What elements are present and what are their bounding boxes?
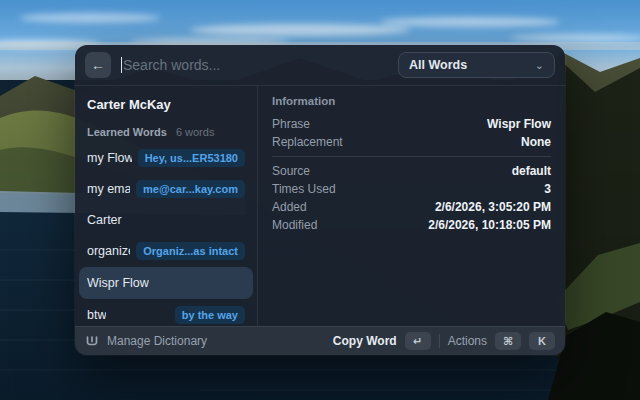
detail-row-label: Times Used bbox=[272, 182, 336, 196]
detail-row-value: default bbox=[512, 164, 551, 178]
return-key-icon: ↵ bbox=[405, 332, 431, 350]
detail-row: Replacement None bbox=[272, 133, 551, 151]
detail-row-label: Replacement bbox=[272, 135, 343, 149]
detail-row-label: Phrase bbox=[272, 117, 310, 131]
window-content: Carter McKay Learned Words 6 words my Fl… bbox=[75, 86, 565, 326]
word-list-item[interactable]: Carter bbox=[79, 205, 253, 235]
detail-row: Phrase Wispr Flow bbox=[272, 115, 551, 133]
detail-row-label: Source bbox=[272, 164, 310, 178]
section-count: 6 words bbox=[176, 126, 215, 138]
learned-words-list: my Flow ref... Hey, us...ER53180 my emai… bbox=[79, 143, 253, 326]
section-label: Learned Words bbox=[87, 126, 167, 138]
detail-row-value: 3 bbox=[544, 182, 551, 196]
footer-bar: Manage Dictionary Copy Word ↵ Actions ⌘ … bbox=[75, 326, 565, 355]
back-button[interactable]: ← bbox=[85, 52, 111, 78]
detail-row-value: None bbox=[521, 135, 551, 149]
word-list-item[interactable]: btw by the way bbox=[79, 300, 253, 326]
dictionary-window: ← All Words ⌄ Carter McKay Learned Words… bbox=[75, 45, 565, 355]
word-item-label: organize th... bbox=[87, 244, 130, 258]
search-field-wrap bbox=[121, 57, 388, 73]
word-list-item[interactable]: organize th... Organiz...as intact bbox=[79, 236, 253, 266]
word-item-label: my Flow ref... bbox=[87, 151, 132, 165]
text-caret bbox=[121, 57, 122, 73]
detail-row-value: 2/6/2026, 10:18:05 PM bbox=[428, 218, 551, 232]
learned-words-header: Learned Words 6 words bbox=[87, 126, 245, 138]
actions-button[interactable]: Actions bbox=[448, 334, 487, 348]
detail-row: Added 2/6/2026, 3:05:20 PM bbox=[272, 198, 551, 216]
back-arrow-icon: ← bbox=[91, 57, 105, 73]
word-item-badge: by the way bbox=[175, 306, 245, 324]
detail-row-label: Modified bbox=[272, 218, 317, 232]
information-title: Information bbox=[272, 95, 551, 107]
word-item-label: btw bbox=[87, 308, 106, 322]
word-list-item[interactable]: my Flow ref... Hey, us...ER53180 bbox=[79, 143, 253, 173]
detail-row-label: Added bbox=[272, 200, 307, 214]
wispr-flow-logo-icon bbox=[85, 334, 99, 348]
command-key-icon: ⌘ bbox=[495, 332, 521, 350]
words-sidebar: Carter McKay Learned Words 6 words my Fl… bbox=[75, 86, 258, 326]
detail-row-value: 2/6/2026, 3:05:20 PM bbox=[435, 200, 551, 214]
word-item-badge: Organiz...as intact bbox=[136, 242, 245, 260]
details-panel: Information Phrase Wispr Flow Replacemen… bbox=[258, 86, 565, 326]
detail-row: Times Used 3 bbox=[272, 180, 551, 198]
detail-row: Modified 2/6/2026, 10:18:05 PM bbox=[272, 216, 551, 234]
footer-divider bbox=[439, 334, 440, 348]
manage-dictionary-button[interactable]: Manage Dictionary bbox=[85, 334, 207, 348]
details-rows: Phrase Wispr Flow Replacement None Sourc… bbox=[272, 115, 551, 234]
word-filter-dropdown[interactable]: All Words ⌄ bbox=[398, 52, 555, 78]
word-item-badge: Hey, us...ER53180 bbox=[138, 149, 245, 167]
user-name: Carter McKay bbox=[87, 97, 245, 112]
word-filter-value: All Words bbox=[409, 58, 467, 72]
word-list-item[interactable]: my email a... me@car...kay.com bbox=[79, 174, 253, 204]
word-item-badge: me@car...kay.com bbox=[136, 180, 245, 198]
word-item-label: my email a... bbox=[87, 182, 130, 196]
chevron-down-icon: ⌄ bbox=[535, 61, 544, 69]
manage-dictionary-label: Manage Dictionary bbox=[107, 334, 207, 348]
word-list-item[interactable]: Wispr Flow bbox=[79, 267, 253, 299]
word-item-label: Carter bbox=[87, 213, 122, 227]
detail-row: Source default bbox=[272, 162, 551, 180]
copy-word-button[interactable]: Copy Word bbox=[333, 334, 397, 348]
details-divider bbox=[272, 156, 551, 157]
word-item-label: Wispr Flow bbox=[87, 276, 149, 290]
detail-row-value: Wispr Flow bbox=[487, 117, 551, 131]
search-bar: ← All Words ⌄ bbox=[75, 45, 565, 86]
k-key-icon: K bbox=[529, 332, 555, 350]
search-input[interactable] bbox=[123, 57, 388, 73]
footer-actions: Copy Word ↵ Actions ⌘ K bbox=[333, 332, 555, 350]
